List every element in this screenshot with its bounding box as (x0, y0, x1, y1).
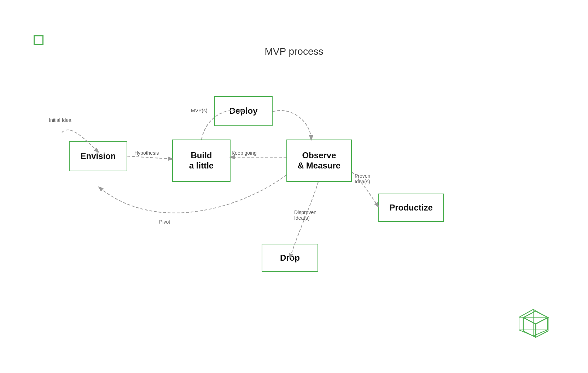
node-deploy: Deploy (214, 96, 273, 126)
node-productize: Productize (378, 194, 444, 222)
page-title: MVP process (265, 46, 324, 57)
label-mvps: MVP(s) (191, 108, 208, 113)
label-hypothesis: Hypothesis (134, 150, 159, 156)
label-disproven-ideas: DisprovenIdea(s) (294, 209, 316, 221)
node-build: Builda little (172, 140, 231, 182)
label-pivot: Pivot (159, 219, 170, 225)
label-proven-ideas: ProvenIdea(s) (355, 173, 370, 184)
node-observe: Observe& Measure (286, 140, 352, 182)
cube-3d-icon (519, 308, 553, 342)
label-initial-idea: Initial Idea (49, 117, 71, 123)
node-drop: Drop (262, 244, 318, 272)
svg-line-2 (127, 156, 172, 159)
svg-marker-10 (536, 318, 548, 337)
node-envision: Envision (69, 141, 127, 171)
svg-marker-8 (523, 311, 548, 324)
logo-square (34, 35, 43, 45)
svg-marker-9 (523, 318, 536, 337)
label-keep-going: Keep going (232, 150, 257, 156)
